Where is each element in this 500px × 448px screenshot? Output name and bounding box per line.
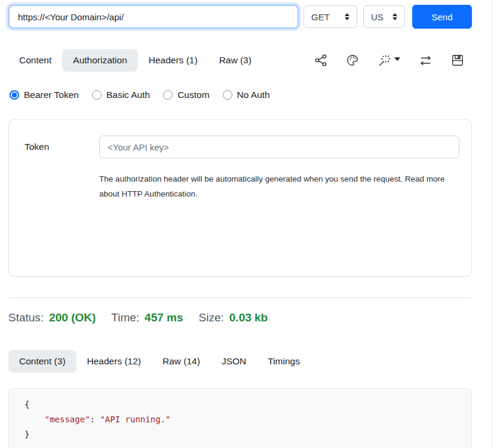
radio-unselected-icon [223, 90, 232, 100]
radio-basic-auth[interactable]: Basic Auth [92, 90, 150, 100]
token-input[interactable] [99, 136, 459, 158]
radio-label: Custom [177, 90, 209, 100]
token-label: Token [24, 142, 49, 152]
method-select-value: GET [311, 12, 330, 22]
tab-content[interactable]: Content [8, 49, 62, 72]
region-select[interactable]: US [363, 5, 405, 28]
radio-bearer-token[interactable]: Bearer Token [10, 90, 79, 100]
tab-response-timings[interactable]: Timings [257, 350, 311, 373]
swap-arrows-icon[interactable] [419, 54, 432, 67]
time-pair: Time: 457 ms [111, 311, 183, 324]
region-select-value: US [371, 12, 384, 22]
token-help-text: The authorization header will be automat… [99, 171, 458, 201]
tab-response-headers[interactable]: Headers (12) [76, 350, 152, 373]
url-input[interactable] [8, 5, 299, 29]
auth-type-options: Bearer Token Basic Auth Custom No Auth [10, 90, 270, 100]
send-button[interactable]: Send [412, 5, 472, 29]
json-line-message: "message": "API running." [24, 412, 471, 427]
radio-custom[interactable]: Custom [163, 90, 209, 100]
size-value: 0.03 kb [229, 311, 268, 324]
status-value: 200 (OK) [49, 311, 96, 324]
radio-selected-icon [10, 90, 19, 100]
tab-response-content[interactable]: Content (3) [8, 350, 76, 373]
palette-icon[interactable] [346, 54, 359, 67]
tab-authorization[interactable]: Authorization [62, 49, 137, 72]
page-right-border [492, 0, 492, 448]
request-toolbar [314, 54, 472, 67]
radio-label: Bearer Token [24, 90, 79, 100]
json-line-open: { [24, 397, 471, 412]
tab-response-raw[interactable]: Raw (14) [152, 350, 211, 373]
response-body-viewer[interactable]: { "message": "API running." } [8, 388, 472, 448]
json-colon: : [90, 415, 100, 424]
status-label: Status: [8, 311, 44, 324]
save-icon[interactable] [451, 54, 464, 67]
request-tabs: Content Authorization Headers (1) Raw (3… [8, 49, 472, 72]
magic-wand-dropdown-icon[interactable] [378, 54, 400, 67]
tab-raw[interactable]: Raw (3) [208, 49, 262, 72]
tab-headers[interactable]: Headers (1) [138, 49, 208, 72]
json-key: "message" [24, 415, 90, 424]
json-value: "API running." [100, 415, 170, 424]
updown-arrows-icon [345, 13, 349, 20]
status-pair: Status: 200 (OK) [8, 311, 96, 324]
radio-label: No Auth [237, 90, 270, 100]
api-tester-page: GET US Send Content Authorization Header… [0, 0, 500, 448]
bearer-token-panel: Token The authorization header will be a… [8, 119, 472, 277]
radio-no-auth[interactable]: No Auth [223, 90, 270, 100]
dropdown-caret-icon [394, 57, 400, 61]
response-status-row: Status: 200 (OK) Time: 457 ms Size: 0.03… [8, 311, 268, 324]
method-select[interactable]: GET [303, 5, 357, 28]
radio-label: Basic Auth [106, 90, 150, 100]
section-divider [8, 297, 472, 298]
updown-arrows-icon [392, 13, 397, 20]
time-label: Time: [111, 311, 139, 324]
size-pair: Size: 0.03 kb [199, 311, 268, 324]
share-icon[interactable] [314, 54, 327, 67]
size-label: Size: [199, 311, 224, 324]
response-tabs: Content (3) Headers (12) Raw (14) JSON T… [8, 350, 311, 373]
time-value: 457 ms [145, 311, 183, 324]
json-line-close: } [24, 427, 471, 442]
radio-unselected-icon [92, 90, 102, 100]
radio-unselected-icon [163, 90, 173, 100]
tab-response-json[interactable]: JSON [211, 350, 257, 373]
